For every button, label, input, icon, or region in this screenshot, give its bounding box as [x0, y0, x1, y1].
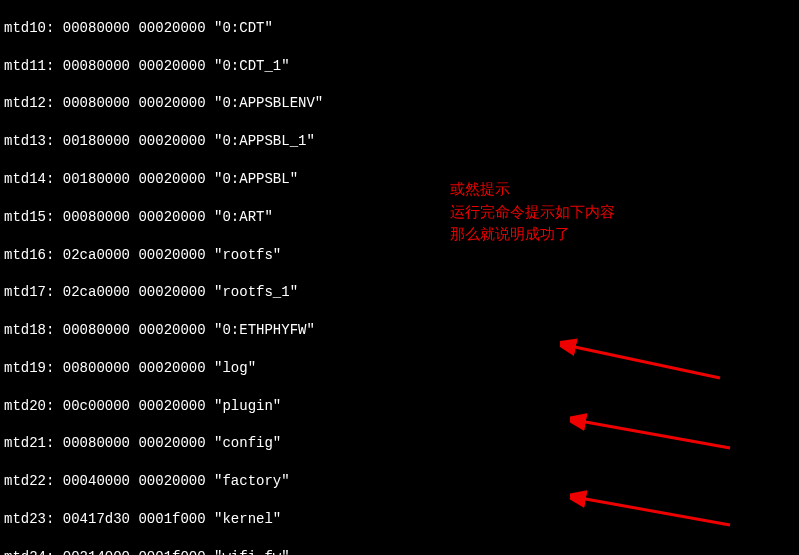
mtd-line: mtd12: 00080000 00020000 "0:APPSBLENV": [4, 94, 795, 113]
arrow-icon: [570, 490, 740, 535]
mtd-line: mtd16: 02ca0000 00020000 "rootfs": [4, 246, 795, 265]
mtd-line: mtd13: 00180000 00020000 "0:APPSBL_1": [4, 132, 795, 151]
mtd-line: mtd15: 00080000 00020000 "0:ART": [4, 208, 795, 227]
annotation-text: 或然提示 运行完命令提示如下内容 那么就说明成功了: [450, 178, 615, 246]
arrow-icon: [570, 413, 740, 458]
mtd-line: mtd11: 00080000 00020000 "0:CDT_1": [4, 57, 795, 76]
annotation-line: 运行完命令提示如下内容: [450, 201, 615, 224]
mtd-line: mtd14: 00180000 00020000 "0:APPSBL": [4, 170, 795, 189]
mtd-line: mtd24: 00214000 0001f000 "wifi_fw": [4, 548, 795, 555]
mtd-line: mtd22: 00040000 00020000 "factory": [4, 472, 795, 491]
terminal-output: mtd10: 00080000 00020000 "0:CDT" mtd11: …: [0, 0, 799, 555]
arrow-icon: [560, 338, 730, 388]
annotation-line: 那么就说明成功了: [450, 223, 615, 246]
annotation-line: 或然提示: [450, 178, 615, 201]
svg-line-0: [570, 346, 720, 378]
svg-line-2: [580, 498, 730, 525]
svg-line-1: [580, 421, 730, 448]
mtd-line: mtd17: 02ca0000 00020000 "rootfs_1": [4, 283, 795, 302]
mtd-line: mtd10: 00080000 00020000 "0:CDT": [4, 19, 795, 38]
